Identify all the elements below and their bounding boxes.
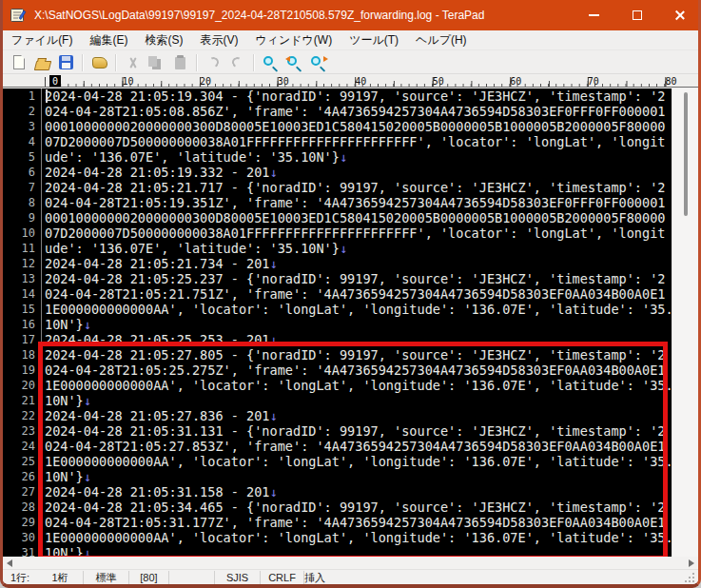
menu-item[interactable]: 編集(E) bbox=[81, 30, 136, 50]
line-text: 2024-04-28 21:05:25.237 - {'noradID': 99… bbox=[42, 271, 672, 286]
line-number: 30 bbox=[3, 530, 42, 545]
paste-icon[interactable] bbox=[168, 52, 192, 73]
close-button[interactable] bbox=[658, 0, 701, 30]
line-number: 26 bbox=[3, 469, 42, 484]
status-column: 1桁 bbox=[37, 571, 83, 584]
log-line: 12 2024-04-28 21:05:21.734 - 201↓ bbox=[3, 256, 672, 271]
menu-item[interactable]: ツール(T) bbox=[341, 30, 407, 50]
ruler-number: 50 bbox=[433, 75, 511, 88]
ruler-number: 0 bbox=[45, 75, 123, 88]
vertical-scrollbar[interactable] bbox=[672, 88, 698, 557]
line-number: 7 bbox=[3, 180, 42, 195]
line-number: 20 bbox=[3, 378, 42, 393]
ruler-number: 70 bbox=[588, 75, 666, 88]
line-number: 19 bbox=[3, 363, 42, 378]
undo-icon[interactable] bbox=[202, 52, 225, 73]
line-number: 17 bbox=[3, 332, 42, 347]
menu-item[interactable]: ヘルプ(H) bbox=[407, 30, 476, 50]
redo-icon[interactable] bbox=[225, 52, 249, 73]
line-number: 13 bbox=[3, 271, 42, 286]
status-wrap-width: [80] bbox=[128, 571, 168, 584]
crlf-mark: ↓ bbox=[270, 165, 278, 180]
menu-item[interactable]: ウィンドウ(W) bbox=[246, 30, 341, 50]
toolbar bbox=[3, 51, 698, 74]
cut-icon[interactable] bbox=[121, 52, 145, 73]
log-line: 8 024-04-28T21:05:19.351Z', 'frame': '4A… bbox=[3, 195, 672, 210]
log-line: 2 024-04-28T21:05:08.856Z', 'frame': '4A… bbox=[3, 104, 672, 119]
toolbar-separator bbox=[253, 54, 255, 71]
terapad-window: X:\SatNOGS\LogData\99197\99197_2024-04-2… bbox=[0, 0, 701, 588]
line-number: 24 bbox=[3, 439, 42, 454]
log-line: 5 ude': '136.07E', 'latitude': '35.10N'}… bbox=[3, 149, 672, 165]
annotation-red-box bbox=[38, 342, 668, 557]
search-next-icon[interactable] bbox=[282, 52, 306, 73]
save-icon[interactable] bbox=[54, 52, 78, 73]
status-insert-mode: 挿入 bbox=[303, 571, 325, 584]
line-number: 28 bbox=[3, 500, 42, 515]
column-ruler: 01020304050607080 bbox=[3, 75, 698, 88]
line-number: 15 bbox=[3, 302, 42, 317]
vertical-scrollbar-thumb[interactable] bbox=[684, 92, 688, 216]
line-text: 07D2000007D500000000038A01FFFFFFFFFFFFFF… bbox=[42, 134, 672, 149]
line-text: 024-04-28T21:05:19.351Z', 'frame': '4A47… bbox=[42, 195, 672, 210]
resize-grip[interactable] bbox=[674, 571, 698, 584]
minimize-button[interactable] bbox=[573, 0, 615, 30]
search-prev-icon[interactable] bbox=[306, 52, 330, 73]
menu-item[interactable]: ファイル(F) bbox=[3, 30, 81, 50]
line-text: 2024-04-28 21:05:19.332 - 201↓ bbox=[42, 165, 672, 180]
log-line: 14 024-04-28T21:05:21.751Z', 'frame': '4… bbox=[3, 286, 672, 302]
status-mode: 標準 bbox=[83, 571, 128, 584]
status-encoding: SJIS bbox=[214, 571, 260, 584]
ruler-number: 10 bbox=[123, 75, 201, 88]
line-number: 16 bbox=[3, 317, 42, 332]
log-line: 6 2024-04-28 21:05:19.332 - 201↓ bbox=[3, 165, 672, 180]
line-text: 1E000000000000AA', 'locator': 'longLat',… bbox=[42, 302, 672, 317]
line-text: 2024-04-28 21:05:21.717 - {'noradID': 99… bbox=[42, 180, 672, 195]
line-text: 2024-04-28 21:05:21.734 - 201↓ bbox=[42, 256, 672, 271]
menu-item[interactable]: 表示(V) bbox=[191, 30, 246, 50]
line-text: ude': '136.07E', 'latitude': '35.10N'}↓ bbox=[42, 149, 672, 165]
print-icon[interactable] bbox=[88, 52, 111, 73]
line-text: 0001000000020000000300D80005E10003ED1C58… bbox=[42, 119, 672, 134]
crlf-mark: ↓ bbox=[270, 256, 278, 271]
toolbar-separator bbox=[196, 54, 198, 71]
line-text: 07D2000007D500000000038A01FFFFFFFFFFFFFF… bbox=[42, 225, 672, 241]
new-file-icon[interactable] bbox=[7, 52, 30, 73]
line-number: 21 bbox=[3, 393, 42, 408]
maximize-button[interactable] bbox=[615, 0, 658, 30]
line-number: 25 bbox=[3, 454, 42, 469]
line-number: 27 bbox=[3, 484, 42, 500]
line-number: 14 bbox=[3, 286, 42, 302]
horizontal-scrollbar[interactable] bbox=[3, 557, 698, 569]
scroll-right-arrow-icon[interactable] bbox=[689, 559, 694, 567]
menu-item[interactable]: 検索(S) bbox=[136, 30, 191, 50]
line-number: 2 bbox=[3, 104, 42, 119]
line-number: 18 bbox=[3, 347, 42, 363]
menu-bar: ファイル(F)編集(E)検索(S)表示(V)ウィンドウ(W)ツール(T)ヘルプ(… bbox=[3, 30, 698, 50]
log-line: 3 0001000000020000000300D80005E10003ED1C… bbox=[3, 119, 672, 134]
log-line: 11 ude': '136.07E', 'latitude': '35.10N'… bbox=[3, 241, 672, 256]
crlf-mark: ↓ bbox=[340, 241, 347, 256]
scroll-left-arrow-icon[interactable] bbox=[7, 559, 12, 567]
search-icon[interactable] bbox=[259, 52, 282, 73]
toolbar-separator bbox=[82, 54, 84, 71]
status-empty bbox=[168, 571, 214, 584]
line-text: 2024-04-28 21:05:19.304 - {'noradID': 99… bbox=[42, 88, 672, 104]
log-line: 4 07D2000007D500000000038A01FFFFFFFFFFFF… bbox=[3, 134, 672, 149]
window-controls bbox=[573, 0, 701, 30]
log-line: 7 2024-04-28 21:05:21.717 - {'noradID': … bbox=[3, 180, 672, 195]
line-text: ude': '136.07E', 'latitude': '35.10N'}↓ bbox=[42, 241, 672, 256]
crlf-mark: ↓ bbox=[84, 317, 91, 332]
open-file-icon[interactable] bbox=[30, 52, 54, 73]
text-editor-area[interactable]: 1 2024-04-28 21:05:19.304 - {'noradID': … bbox=[3, 88, 672, 557]
ruler-number: 20 bbox=[200, 75, 278, 88]
copy-icon[interactable] bbox=[145, 52, 168, 73]
status-line: 1行: bbox=[3, 571, 37, 584]
terapad-app-icon bbox=[10, 7, 27, 24]
title-bar: X:\SatNOGS\LogData\99197\99197_2024-04-2… bbox=[0, 0, 701, 30]
ruler-number: 40 bbox=[355, 75, 433, 88]
line-text: 10N'}↓ bbox=[42, 317, 672, 332]
line-number: 10 bbox=[3, 225, 42, 241]
line-number: 31 bbox=[3, 545, 42, 557]
line-number: 8 bbox=[3, 195, 42, 210]
